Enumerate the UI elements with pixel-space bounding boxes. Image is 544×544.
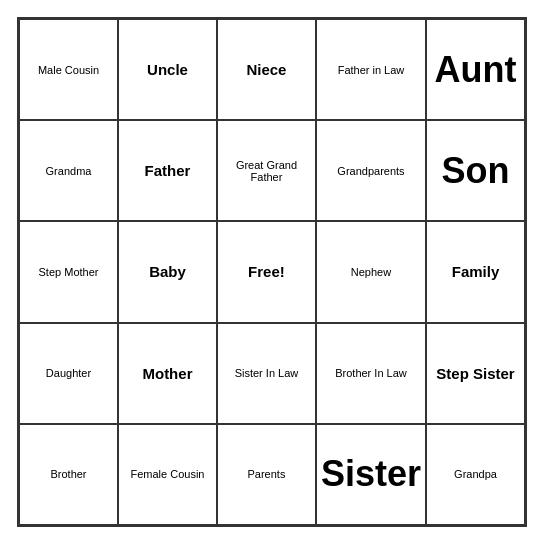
bingo-cell-9: Son xyxy=(426,120,525,221)
bingo-cell-17: Sister In Law xyxy=(217,323,316,424)
bingo-cell-2: Niece xyxy=(217,19,316,120)
bingo-cell-3: Father in Law xyxy=(316,19,426,120)
bingo-board: Male CousinUncleNieceFather in LawAuntGr… xyxy=(17,17,527,527)
bingo-cell-4: Aunt xyxy=(426,19,525,120)
bingo-cell-12: Free! xyxy=(217,221,316,322)
bingo-cell-19: Step Sister xyxy=(426,323,525,424)
bingo-cell-18: Brother In Law xyxy=(316,323,426,424)
bingo-cell-20: Brother xyxy=(19,424,118,525)
bingo-cell-11: Baby xyxy=(118,221,217,322)
bingo-cell-21: Female Cousin xyxy=(118,424,217,525)
bingo-cell-13: Nephew xyxy=(316,221,426,322)
bingo-cell-16: Mother xyxy=(118,323,217,424)
bingo-grid: Male CousinUncleNieceFather in LawAuntGr… xyxy=(19,19,525,525)
bingo-cell-5: Grandma xyxy=(19,120,118,221)
bingo-cell-10: Step Mother xyxy=(19,221,118,322)
bingo-cell-23: Sister xyxy=(316,424,426,525)
bingo-cell-24: Grandpa xyxy=(426,424,525,525)
bingo-cell-14: Family xyxy=(426,221,525,322)
bingo-cell-7: Great Grand Father xyxy=(217,120,316,221)
bingo-cell-8: Grandparents xyxy=(316,120,426,221)
bingo-cell-22: Parents xyxy=(217,424,316,525)
bingo-cell-6: Father xyxy=(118,120,217,221)
bingo-cell-0: Male Cousin xyxy=(19,19,118,120)
bingo-cell-15: Daughter xyxy=(19,323,118,424)
bingo-cell-1: Uncle xyxy=(118,19,217,120)
